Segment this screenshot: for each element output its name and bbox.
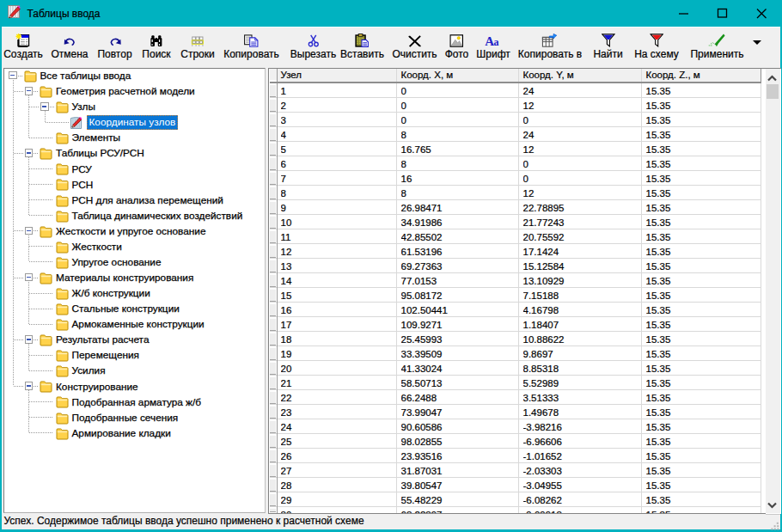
svg-text:a: a <box>494 36 499 47</box>
